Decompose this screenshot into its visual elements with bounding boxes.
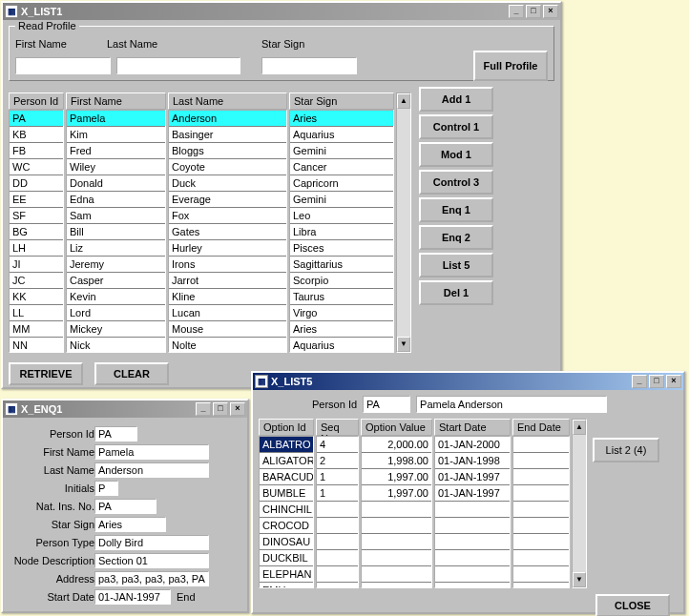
first-name-input[interactable]	[15, 57, 111, 74]
grid-cell[interactable]: Irons	[169, 257, 286, 273]
grid-cell[interactable]: Kline	[169, 289, 286, 305]
grid-cell[interactable]: 01-JAN-2000	[435, 437, 510, 453]
grid-cell[interactable]	[317, 534, 358, 550]
del-1-button[interactable]: Del 1	[419, 280, 493, 305]
add-1-button[interactable]: Add 1	[419, 87, 493, 112]
x-list5-titlebar[interactable]: ▦ X_LIST5 _ □ ×	[253, 373, 683, 390]
address-field[interactable]	[94, 571, 209, 586]
grid-cell[interactable]: CROCOD	[260, 518, 313, 534]
minimize-button[interactable]: _	[196, 402, 211, 416]
grid-cell[interactable]	[317, 550, 358, 566]
grid-cell[interactable]	[362, 534, 431, 550]
grid-cell[interactable]: 1	[317, 469, 358, 485]
grid-cell[interactable]: Jarrot	[169, 273, 286, 289]
close-button[interactable]: ×	[666, 375, 681, 388]
grid-cell[interactable]: JI	[10, 257, 63, 273]
grid-cell[interactable]: Hurley	[169, 240, 286, 257]
grid-cell[interactable]	[362, 566, 431, 583]
grid-cell[interactable]	[513, 566, 569, 583]
grid-header[interactable]: First Name	[66, 92, 166, 110]
grid-cell[interactable]: 4	[317, 437, 358, 453]
minimize-button[interactable]: _	[632, 375, 647, 388]
grid-header[interactable]: Start Date	[434, 419, 511, 436]
person-name-field[interactable]	[416, 396, 607, 413]
grid-cell[interactable]: Anderson	[169, 111, 286, 127]
grid-cell[interactable]: Wiley	[67, 159, 165, 175]
grid-cell[interactable]: Aries	[290, 321, 393, 338]
grid-cell[interactable]: 2,000.00	[362, 437, 431, 453]
grid-cell[interactable]	[317, 518, 358, 534]
maximize-button[interactable]: □	[649, 375, 664, 388]
grid-cell[interactable]: FB	[10, 143, 63, 159]
enq-2-button[interactable]: Enq 2	[419, 225, 493, 250]
grid-cell[interactable]: Virgo	[290, 305, 393, 321]
grid-cell[interactable]: Sagittarius	[290, 257, 393, 273]
grid-cell[interactable]: Pisces	[290, 240, 393, 257]
grid-cell[interactable]: KK	[10, 289, 63, 305]
grid-cell[interactable]: Liz	[67, 240, 165, 257]
enq-1-button[interactable]: Enq 1	[419, 197, 493, 222]
grid-header[interactable]: End Date	[512, 419, 570, 436]
grid-cell[interactable]: Bill	[67, 224, 165, 240]
grid-cell[interactable]	[362, 518, 431, 534]
start-date-field[interactable]	[94, 589, 171, 605]
maximize-button[interactable]: □	[213, 402, 228, 416]
grid-cell[interactable]: LL	[10, 305, 63, 321]
x-enq1-titlebar[interactable]: ▦ X_ENQ1 _ □ ×	[3, 400, 247, 418]
grid-cell[interactable]: DUCKBIL	[260, 550, 313, 566]
grid-cell[interactable]	[317, 502, 358, 518]
grid-cell[interactable]: 2	[317, 453, 358, 469]
grid-cell[interactable]: KB	[10, 127, 63, 143]
grid-cell[interactable]	[513, 485, 569, 502]
grid-cell[interactable]: Capricorn	[290, 175, 393, 192]
grid-cell[interactable]: Edna	[67, 192, 165, 208]
grid-cell[interactable]	[435, 502, 510, 518]
grid-cell[interactable]: Casper	[67, 273, 165, 289]
grid-cell[interactable]: 1	[317, 485, 358, 502]
grid-cell[interactable]: ALIGATOR	[260, 453, 313, 469]
grid-cell[interactable]: ELEPHAN	[260, 566, 313, 583]
grid-cell[interactable]: Basinger	[169, 127, 286, 143]
grid-cell[interactable]	[435, 566, 510, 583]
grid-cell[interactable]	[513, 534, 569, 550]
grid-cell[interactable]	[513, 502, 569, 518]
grid-scrollbar[interactable]: ▲▼	[396, 92, 411, 353]
x-list1-titlebar[interactable]: ▦ X_LIST1 _ □ ×	[3, 3, 560, 20]
grid-cell[interactable]: Lord	[67, 305, 165, 321]
grid-cell[interactable]: Fox	[169, 208, 286, 224]
grid-header[interactable]: Option Id	[259, 419, 314, 436]
grid-cell[interactable]: Donald	[67, 175, 165, 192]
grid-cell[interactable]	[513, 469, 569, 485]
grid-cell[interactable]: EE	[10, 192, 63, 208]
mod-1-button[interactable]: Mod 1	[419, 142, 493, 167]
grid-cell[interactable]: Cancer	[290, 159, 393, 175]
list5-grid[interactable]: Option IdALBATROALIGATORBARACUDBUMBLECHI…	[259, 419, 587, 588]
grid-cell[interactable]	[513, 583, 569, 588]
grid-cell[interactable]: Lucan	[169, 305, 286, 321]
last-name-input[interactable]	[116, 57, 240, 74]
grid-cell[interactable]	[317, 566, 358, 583]
grid-cell[interactable]	[435, 518, 510, 534]
initials-field[interactable]	[94, 481, 118, 496]
grid-cell[interactable]: 01-JAN-1997	[435, 469, 510, 485]
grid-cell[interactable]: 1,998.00	[362, 453, 431, 469]
last-name-field[interactable]	[94, 462, 209, 478]
grid-cell[interactable]	[435, 583, 510, 588]
grid-cell[interactable]	[362, 583, 431, 588]
close-button-form[interactable]: CLOSE	[595, 594, 670, 616]
grid-cell[interactable]: 01-JAN-1997	[435, 485, 510, 502]
close-button[interactable]: ×	[230, 402, 245, 416]
grid-cell[interactable]: DD	[10, 175, 63, 192]
grid-header[interactable]: Person Id	[9, 92, 64, 110]
grid-cell[interactable]: Jeremy	[67, 257, 165, 273]
grid-cell[interactable]: Gemini	[290, 143, 393, 159]
grid-cell[interactable]: Scorpio	[290, 273, 393, 289]
retrieve-button[interactable]: RETRIEVE	[9, 362, 83, 385]
grid-cell[interactable]: PA	[10, 111, 63, 127]
nat-ins-no--field[interactable]	[94, 499, 157, 514]
grid-cell[interactable]: Aries	[290, 111, 393, 127]
grid-cell[interactable]	[362, 550, 431, 566]
grid-cell[interactable]: EMU	[260, 583, 313, 588]
grid-cell[interactable]: Duck	[169, 175, 286, 192]
close-button[interactable]: ×	[543, 5, 558, 18]
